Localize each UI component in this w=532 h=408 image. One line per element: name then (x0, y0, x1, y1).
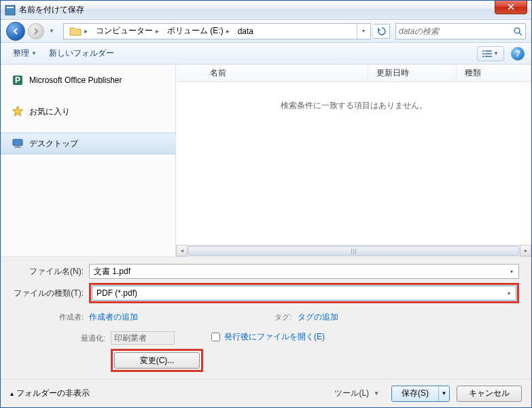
horizontal-scrollbar[interactable]: ◂ ▸ (176, 245, 531, 256)
folder-icon (69, 26, 82, 37)
col-date[interactable]: 更新日時 (368, 65, 457, 82)
desktop-icon (12, 137, 24, 150)
breadcrumb-dropdown[interactable]: ▾ (357, 24, 369, 39)
sidebar-item-label: お気に入り (29, 106, 70, 118)
chevron-up-icon: ▴ (10, 390, 14, 397)
open-after-label: 発行後にファイルを開く(E) (224, 331, 325, 343)
toolbar: 整理▼ 新しいフォルダー ▼ ? (1, 43, 531, 65)
save-dropdown[interactable]: ▼ (438, 386, 449, 401)
filetype-combo[interactable]: PDF (*.pdf) ▾ (92, 286, 516, 301)
chevron-down-icon[interactable]: ▾ (503, 288, 514, 299)
svg-rect-6 (482, 53, 484, 54)
breadcrumb-root[interactable]: ▸ (65, 24, 92, 39)
sidebar-item-desktop[interactable]: デスクトップ (1, 133, 175, 154)
author-label: 作成者: (7, 312, 89, 322)
open-after-input[interactable] (211, 333, 220, 341)
file-list-pane: 名前 更新日時 種類 検索条件に一致する項目はありません。 ◂ ▸ (176, 65, 531, 256)
search-icon (513, 27, 522, 36)
filename-input[interactable]: 文書 1.pdf ▾ (89, 264, 519, 279)
col-type[interactable]: 種類 (457, 65, 531, 82)
optimize-label: 最適化: (7, 333, 111, 343)
organize-button[interactable]: 整理▼ (7, 45, 42, 62)
hide-folders-toggle[interactable]: ▴ フォルダーの非表示 (10, 388, 322, 399)
svg-rect-1 (7, 7, 14, 8)
optimize-value: 印刷業者 (111, 331, 175, 345)
breadcrumb-seg-1[interactable]: ボリューム (E:)▸ (163, 24, 234, 39)
svg-point-2 (514, 28, 520, 33)
tag-label: タグ: (264, 312, 298, 322)
refresh-icon (377, 27, 387, 36)
add-author-link[interactable]: 作成者の追加 (89, 311, 138, 323)
cancel-button[interactable]: キャンセル (457, 386, 522, 402)
list-view-icon (482, 50, 492, 58)
add-tag-link[interactable]: タグの追加 (298, 311, 338, 323)
help-button[interactable]: ? (511, 47, 525, 61)
nav-history-dropdown[interactable]: ▼ (47, 22, 56, 41)
svg-rect-7 (485, 53, 492, 54)
chevron-down-icon[interactable]: ▾ (506, 266, 517, 277)
svg-line-3 (519, 33, 522, 35)
svg-text:P: P (15, 75, 20, 85)
svg-rect-4 (482, 50, 484, 52)
view-mode-button[interactable]: ▼ (477, 46, 504, 61)
filetype-label: ファイルの種類(T): (7, 288, 89, 299)
window-title: 名前を付けて保存 (19, 4, 495, 16)
col-name[interactable]: 名前 (176, 65, 368, 82)
scroll-thumb[interactable] (188, 246, 519, 256)
save-as-dialog: 名前を付けて保存 ▼ ▸ コンピューター▸ ボリューム (E:)▸ data ▾ (0, 0, 532, 408)
file-list[interactable]: 検索条件に一致する項目はありません。 ◂ ▸ (176, 82, 531, 256)
footer: ▴ フォルダーの非表示 ツール(L)▼ 保存(S) ▼ キャンセル (1, 379, 531, 407)
save-button[interactable]: 保存(S) ▼ (391, 386, 450, 402)
column-headers: 名前 更新日時 種類 (176, 65, 531, 82)
filetype-highlight: PDF (*.pdf) ▾ (89, 283, 519, 303)
search-box[interactable] (395, 23, 526, 39)
body: P Microsoft Office Publisher お気に入り デスクトッ… (1, 65, 531, 256)
breadcrumb-seg-0[interactable]: コンピューター▸ (92, 24, 163, 39)
form-area: ファイル名(N): 文書 1.pdf ▾ ファイルの種類(T): PDF (*.… (1, 256, 531, 379)
change-button-highlight: 変更(C)... (111, 349, 203, 372)
sidebar: P Microsoft Office Publisher お気に入り デスクトッ… (1, 65, 176, 256)
breadcrumb-bar[interactable]: ▸ コンピューター▸ ボリューム (E:)▸ data ▾ (63, 23, 371, 39)
sidebar-item-label: デスクトップ (29, 138, 78, 150)
sidebar-item-label: Microsoft Office Publisher (29, 75, 122, 85)
forward-button[interactable] (28, 23, 44, 39)
scroll-left[interactable]: ◂ (176, 245, 188, 256)
scroll-right[interactable]: ▸ (520, 245, 531, 256)
sidebar-item-publisher[interactable]: P Microsoft Office Publisher (1, 70, 175, 90)
app-icon (5, 5, 16, 16)
empty-message: 検索条件に一致する項目はありません。 (176, 82, 531, 112)
svg-rect-12 (13, 139, 22, 146)
title-bar: 名前を付けて保存 (1, 1, 531, 20)
back-button[interactable] (6, 22, 25, 41)
svg-rect-14 (14, 147, 21, 148)
svg-rect-5 (485, 50, 492, 52)
publisher-icon: P (12, 74, 24, 86)
filename-label: ファイル名(N): (7, 266, 89, 277)
sidebar-item-favorites[interactable]: お気に入り (1, 101, 175, 122)
svg-rect-8 (482, 56, 484, 57)
tools-menu[interactable]: ツール(L)▼ (329, 385, 385, 402)
refresh-button[interactable] (374, 24, 390, 39)
svg-rect-9 (485, 56, 492, 57)
breadcrumb-seg-2[interactable]: data (234, 24, 258, 39)
nav-bar: ▼ ▸ コンピューター▸ ボリューム (E:)▸ data ▾ (1, 20, 531, 43)
new-folder-button[interactable]: 新しいフォルダー (43, 45, 120, 62)
open-after-checkbox[interactable]: 発行後にファイルを開く(E) (211, 331, 519, 343)
change-button[interactable]: 変更(C)... (114, 352, 200, 369)
star-icon (12, 105, 24, 118)
svg-rect-13 (16, 146, 20, 147)
close-button[interactable] (495, 1, 527, 14)
search-input[interactable] (399, 27, 513, 36)
